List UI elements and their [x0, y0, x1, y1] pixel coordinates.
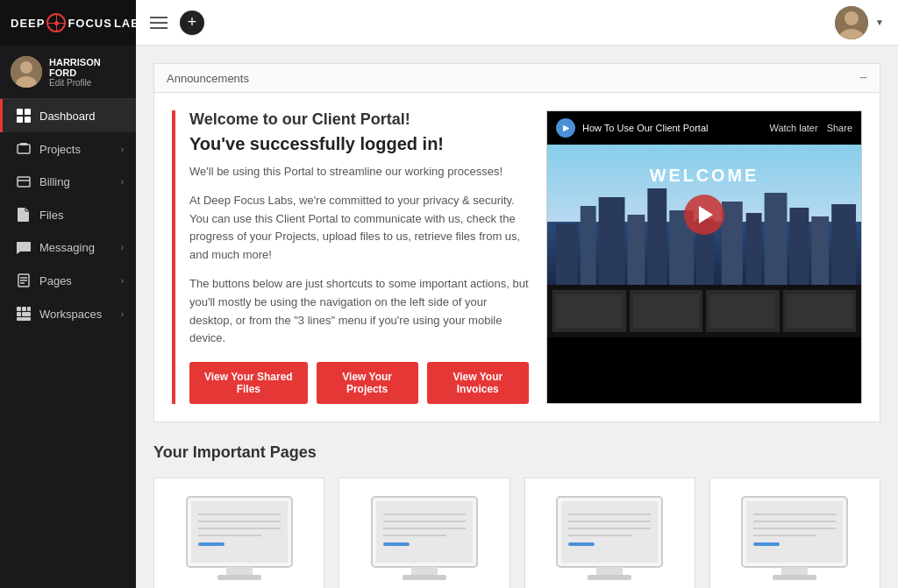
announcements-body: Welcome to our Client Portal! You've suc… [154, 93, 880, 422]
view-projects-button[interactable]: View Your Projects [317, 362, 418, 404]
svg-rect-55 [411, 567, 438, 576]
svg-rect-28 [627, 215, 645, 285]
video-logo: ▶ [556, 118, 575, 138]
workspaces-label: Workspaces [39, 308, 102, 321]
page-card-expense-report[interactable]: Your Expense Report Making movies is not… [524, 478, 695, 588]
logo-area: DEEP FOCUS LABS [0, 0, 136, 46]
hamburger-menu-button[interactable] [150, 17, 167, 29]
svg-rect-29 [647, 188, 666, 285]
announcements-text: Welcome to our Client Portal! You've suc… [172, 110, 529, 404]
svg-rect-34 [765, 193, 788, 285]
svg-rect-35 [789, 208, 809, 285]
sidebar-item-projects[interactable]: Projects › [0, 132, 136, 166]
svg-rect-40 [191, 501, 288, 563]
announcements-heading2: You've successfully logged in! [189, 134, 529, 154]
sidebar-item-dashboard[interactable]: Dashboard [0, 99, 136, 132]
logo-focus: FOCUS [68, 17, 112, 30]
video-thumb-1[interactable] [552, 290, 626, 332]
user-name: HARRISON FORD [49, 57, 125, 78]
important-pages-title: Your Important Pages [153, 443, 880, 462]
svg-rect-3 [17, 109, 23, 115]
page-card-account-summary[interactable]: Your Account Summary This is where you'l… [153, 478, 324, 588]
watch-later-button[interactable]: Watch later [769, 123, 817, 133]
add-button[interactable]: + [180, 11, 204, 35]
account-summary-graphic [168, 492, 310, 588]
sidebar-item-messaging[interactable]: Messaging › [0, 231, 136, 264]
billing-chevron: › [121, 177, 124, 187]
minimize-button[interactable]: − [859, 71, 867, 85]
page-card-feedback[interactable]: Your Feedback Page During production, we… [709, 478, 880, 588]
svg-rect-16 [22, 307, 26, 311]
video-thumb-2[interactable] [630, 290, 703, 332]
dashboard-label: Dashboard [39, 110, 96, 123]
messaging-chevron: › [121, 243, 124, 252]
sidebar-item-workspaces[interactable]: Workspaces › [0, 297, 136, 330]
video-thumb-3[interactable] [706, 290, 780, 332]
svg-rect-54 [383, 542, 410, 546]
sidebar-item-billing[interactable]: Billing › [0, 166, 136, 198]
video-title: How To Use Our Client Portal [582, 123, 708, 133]
pages-grid: Your Account Summary This is where you'l… [153, 478, 880, 588]
sidebar-item-files[interactable]: Files [0, 198, 136, 231]
svg-rect-18 [17, 312, 21, 316]
topbar: + ▼ [136, 0, 898, 46]
svg-rect-56 [403, 575, 446, 580]
expense-report-graphic [539, 492, 681, 588]
view-shared-files-button[interactable]: View Your Shared Files [189, 362, 308, 404]
sidebar-avatar [11, 56, 42, 88]
projects-chevron: › [121, 145, 124, 154]
svg-rect-58 [561, 501, 658, 563]
projects-icon [15, 142, 32, 156]
announcements-panel: Announcements − Welcome to our Client Po… [153, 63, 880, 422]
svg-rect-8 [20, 143, 27, 145]
svg-rect-32 [722, 202, 743, 285]
page-card-scripts[interactable]: Your Scripts Here you'll find a list of … [339, 478, 510, 588]
svg-rect-26 [581, 206, 596, 285]
messaging-icon [15, 242, 32, 254]
svg-rect-45 [198, 542, 224, 546]
user-info: HARRISON FORD Edit Profile [49, 57, 125, 88]
video-play-button[interactable] [684, 195, 724, 235]
edit-profile-link[interactable]: Edit Profile [49, 78, 125, 88]
svg-rect-64 [596, 567, 623, 576]
projects-label: Projects [39, 143, 81, 156]
scripts-graphic [353, 492, 495, 588]
video-thumbnails [547, 285, 861, 337]
sidebar: DEEP FOCUS LABS HARRISON FORD Edit Profi… [0, 0, 136, 588]
svg-rect-6 [25, 117, 31, 123]
files-icon [15, 208, 32, 222]
svg-rect-9 [18, 177, 30, 187]
svg-rect-46 [226, 567, 253, 576]
video-cityscape[interactable]: WELCOME [547, 145, 861, 285]
video-thumb-4[interactable] [783, 290, 857, 332]
workspaces-chevron: › [121, 309, 124, 319]
sidebar-item-pages[interactable]: Pages › [0, 264, 136, 297]
pages-icon [15, 273, 32, 287]
svg-rect-7 [18, 145, 30, 153]
announcements-title: Announcements [167, 72, 249, 85]
svg-text:WELCOME: WELCOME [650, 166, 759, 185]
svg-rect-5 [17, 117, 23, 123]
svg-rect-37 [831, 204, 856, 285]
topbar-left: + [150, 11, 204, 35]
svg-rect-73 [781, 567, 808, 576]
video-panel: ▶ How To Use Our Client Portal Watch lat… [546, 110, 862, 404]
messaging-label: Messaging [39, 241, 95, 254]
view-invoices-button[interactable]: View Your Invoices [427, 362, 529, 404]
svg-rect-63 [568, 542, 595, 546]
svg-rect-74 [773, 575, 816, 580]
billing-icon [15, 176, 32, 188]
topbar-avatar[interactable] [835, 6, 868, 39]
svg-rect-33 [746, 213, 762, 285]
topbar-user-chevron[interactable]: ▼ [875, 18, 884, 27]
announcements-para3: The buttons below are just shortcuts to … [189, 275, 529, 348]
video-actions: Watch later Share [769, 123, 852, 133]
svg-point-1 [20, 61, 32, 74]
svg-rect-72 [753, 542, 780, 546]
pages-chevron: › [121, 276, 124, 286]
svg-rect-67 [746, 501, 843, 563]
announcements-heading1: Welcome to our Client Portal! [189, 110, 529, 129]
share-button[interactable]: Share [827, 123, 852, 133]
nav-menu: Dashboard Projects › Billing › [0, 99, 136, 588]
logo-icon [46, 13, 66, 32]
